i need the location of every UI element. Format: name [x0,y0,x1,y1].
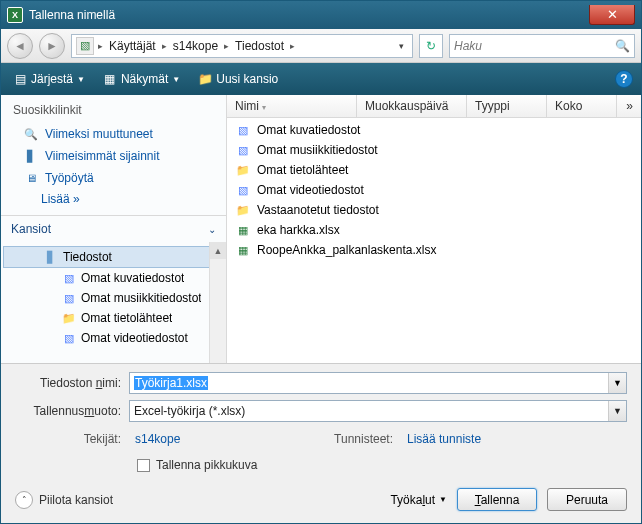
chevron-down-icon: ⌄ [208,224,216,235]
thumbnail-label: Tallenna pikkukuva [156,458,257,472]
shortcut-icon: ▧ [235,122,251,138]
search-input[interactable]: Haku 🔍 [449,34,635,58]
filetype-row: Tallennusmuoto: Excel-työkirja (*.xlsx) … [15,400,627,422]
file-row[interactable]: ▧Omat kuvatiedostot [231,120,637,140]
file-label: RoopeAnkka_palkanlaskenta.xlsx [257,243,436,257]
folder-icon: 📁 [61,310,77,326]
chevron-down-icon: ▼ [439,495,447,504]
window-title: Tallenna nimellä [29,8,115,22]
desktop-icon: 🖥 [23,170,39,186]
location-icon: ▧ [76,37,94,55]
favorite-item-recent-places[interactable]: ▋ Viimeisimmät sijainnit [19,145,220,167]
tags-label: Tunnisteet: [321,432,401,446]
folder-tree: ▋ Tiedostot ▧ Omat kuvatiedostot ▧ Omat … [1,242,226,363]
file-label: eka harkka.xlsx [257,223,340,237]
tree-item-pictures[interactable]: ▧ Omat kuvatiedostot [3,268,224,288]
chevron-up-icon: ˄ [15,491,33,509]
titlebar: X Tallenna nimellä ✕ [1,1,641,29]
filename-label: Tiedoston nimi: [15,376,129,390]
tree-scrollbar[interactable]: ▲ [209,242,226,363]
chevron-down-icon: ▼ [77,75,85,84]
tags-value[interactable]: Lisää tunniste [407,432,481,446]
filetype-dropdown[interactable]: ▼ [608,401,626,421]
search-icon: 🔍 [615,39,630,53]
filename-dropdown[interactable]: ▼ [608,373,626,393]
tree-item-music[interactable]: ▧ Omat musiikkitiedostot [3,288,224,308]
thumbnail-row: Tallenna pikkukuva [15,448,627,476]
sidebar: Suosikkilinkit 🔍 Viimeksi muuttuneet ▋ V… [1,95,227,363]
favorites-more[interactable]: Lisää » [19,189,220,209]
file-pane: Nimi ▾ Muokkauspäivä Tyyppi Koko » ▧Omat… [227,95,641,363]
refresh-button[interactable]: ↻ [419,34,443,58]
folders-header[interactable]: Kansiot ⌄ [1,215,226,242]
footer-tools: Työkalut ▼ Tallenna Peruuta [390,488,627,511]
excel-file-icon: ▦ [235,222,251,238]
toolbar: ▤ Järjestä ▼ ▦ Näkymät ▼ 📁 Uusi kansio ? [1,63,641,95]
shortcut-icon: ▧ [235,182,251,198]
favorites-list: 🔍 Viimeksi muuttuneet ▋ Viimeisimmät sij… [1,123,226,215]
views-button[interactable]: ▦ Näkymät ▼ [99,70,184,88]
column-more[interactable]: » [618,95,641,117]
file-label: Omat videotiedostot [257,183,364,197]
file-list[interactable]: ▧Omat kuvatiedostot▧Omat musiikkitiedost… [227,118,641,363]
scroll-up-icon[interactable]: ▲ [210,242,226,259]
chevron-icon: ▸ [288,41,297,51]
navbar: ◄ ► ▧ ▸ Käyttäjät ▸ s14kope ▸ Tiedostot … [1,29,641,63]
authors-value[interactable]: s14kope [135,432,180,446]
file-row[interactable]: ▦RoopeAnkka_palkanlaskenta.xlsx [231,240,637,260]
organize-icon: ▤ [13,72,27,86]
places-icon: ▋ [23,148,39,164]
breadcrumb-seg-2[interactable]: Tiedostot [231,39,288,53]
breadcrumb-seg-0[interactable]: Käyttäjät [105,39,160,53]
tree-item-datasources[interactable]: 📁 Omat tietolähteet [3,308,224,328]
folder-icon: 📁 [235,202,251,218]
new-folder-button[interactable]: 📁 Uusi kansio [194,70,282,88]
column-size[interactable]: Koko [547,95,617,117]
folder-icon: 📁 [235,162,251,178]
documents-icon: ▋ [43,249,59,265]
breadcrumb-dropdown[interactable]: ▾ [393,41,410,51]
filename-input[interactable]: Työkirja1.xlsx ▼ [129,372,627,394]
back-button[interactable]: ◄ [7,33,33,59]
close-button[interactable]: ✕ [589,5,635,25]
hide-folders-button[interactable]: ˄ Piilota kansiot [15,491,113,509]
chevron-icon: ▸ [96,41,105,51]
tools-button[interactable]: Työkalut ▼ [390,493,447,507]
cancel-button[interactable]: Peruuta [547,488,627,511]
file-row[interactable]: ▧Omat musiikkitiedostot [231,140,637,160]
shortcut-icon: ▧ [61,330,77,346]
file-row[interactable]: ▦eka harkka.xlsx [231,220,637,240]
file-label: Vastaanotetut tiedostot [257,203,379,217]
tree-item-videos[interactable]: ▧ Omat videotiedostot [3,328,224,348]
form-area: Tiedoston nimi: Työkirja1.xlsx ▼ Tallenn… [1,364,641,480]
file-label: Omat musiikkitiedostot [257,143,378,157]
file-label: Omat kuvatiedostot [257,123,360,137]
chevron-down-icon: ▼ [172,75,180,84]
file-row[interactable]: 📁Omat tietolähteet [231,160,637,180]
forward-button[interactable]: ► [39,33,65,59]
column-headers: Nimi ▾ Muokkauspäivä Tyyppi Koko » [227,95,641,118]
shortcut-icon: ▧ [235,142,251,158]
excel-icon: X [7,7,23,23]
save-button[interactable]: Tallenna [457,488,537,511]
breadcrumb[interactable]: ▧ ▸ Käyttäjät ▸ s14kope ▸ Tiedostot ▸ ▾ [71,34,413,58]
thumbnail-checkbox[interactable] [137,459,150,472]
search-placeholder: Haku [454,39,482,53]
favorite-item-desktop[interactable]: 🖥 Työpöytä [19,167,220,189]
favorite-item-recent-changed[interactable]: 🔍 Viimeksi muuttuneet [19,123,220,145]
organize-button[interactable]: ▤ Järjestä ▼ [9,70,89,88]
tree-item-tiedostot[interactable]: ▋ Tiedostot [3,246,224,268]
column-type[interactable]: Tyyppi [467,95,547,117]
save-as-dialog: X Tallenna nimellä ✕ ◄ ► ▧ ▸ Käyttäjät ▸… [0,0,642,524]
help-button[interactable]: ? [615,70,633,88]
file-row[interactable]: 📁Vastaanotetut tiedostot [231,200,637,220]
breadcrumb-seg-1[interactable]: s14kope [169,39,222,53]
column-name[interactable]: Nimi ▾ [227,95,357,117]
column-modified[interactable]: Muokkauspäivä [357,95,467,117]
main-area: Suosikkilinkit 🔍 Viimeksi muuttuneet ▋ V… [1,95,641,364]
recent-icon: 🔍 [23,126,39,142]
authors-label: Tekijät: [15,432,129,446]
file-row[interactable]: ▧Omat videotiedostot [231,180,637,200]
excel-file-icon: ▦ [235,242,251,258]
filetype-select[interactable]: Excel-työkirja (*.xlsx) ▼ [129,400,627,422]
